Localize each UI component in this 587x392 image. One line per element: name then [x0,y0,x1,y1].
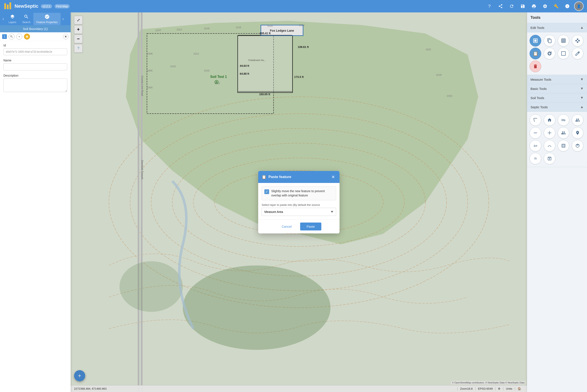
septic-tool-3d[interactable] [572,140,583,152]
tools-header: Tools [527,12,587,23]
edit-tools-chevron: ▲ [580,26,583,30]
svg-rect-53 [534,40,536,42]
sidebar-tab-feature-props[interactable]: Feature Properties [34,13,61,25]
septic-tools-label: Septic Tools [530,105,580,109]
tools-button[interactable] [552,2,560,10]
edit-tools-section[interactable]: Edit Tools ▲ [527,23,587,32]
edit-vertices-btn[interactable] [572,48,583,59]
settings-button[interactable] [541,2,549,10]
scale-tool-btn[interactable] [558,48,569,59]
septic-tool-archive[interactable] [544,153,555,164]
septic-tool-curve[interactable] [544,140,555,152]
map-area[interactable]: Fox Ledges Lane [71,12,527,392]
septic-tools-grid: Hs 1st [530,114,584,164]
septic-tool-tt[interactable]: Tt [530,153,541,164]
id-input[interactable] [4,48,67,55]
septic-tools-content: Hs 1st [527,112,587,167]
sidebar-tabs: ‹ Layers Search Feature Properties › [0,12,71,25]
paste-tool-btn[interactable]: 📋 [530,48,541,59]
soil-tools-chevron: ▼ [580,96,583,100]
id-label: Id [4,44,67,47]
measure-tools-chevron: ▼ [580,78,583,81]
feature-item-row: 1 ✕ [0,32,71,41]
septic-tool-marker[interactable] [572,127,583,139]
edit-tools-label: Edit Tools [530,26,580,30]
soil-tools-section[interactable]: Soil Tools ▼ [527,93,587,102]
modal-overlay: 📋 Paste feature ✕ ✓ Slightly move the ne… [71,12,527,392]
refresh-button[interactable] [507,2,516,10]
paste-feature-dialog: 📋 Paste feature ✕ ✓ Slightly move the ne… [258,171,340,234]
septic-tool-house[interactable] [544,114,555,126]
right-tools-panel: Tools Edit Tools ▲ [527,12,587,392]
septic-tool-hs[interactable]: Hs [558,114,569,126]
help-button[interactable]: ? [485,2,494,10]
navbar: NewSeptic v2.2.1 First Map ? 👤 [0,0,587,12]
version-badge: v2.2.1 [41,4,52,8]
map-name-badge[interactable]: First Map [55,4,70,8]
select-area-btn[interactable] [558,35,569,46]
modal-close-btn[interactable]: ✕ [330,174,336,180]
svg-rect-59 [561,52,565,56]
zoom-to-btn[interactable] [9,34,15,40]
name-input[interactable] [4,63,67,70]
layer-select[interactable]: Measure Area Soil Boundary Septic Layout [262,208,336,216]
svg-rect-2 [10,2,11,9]
name-label: Name [4,59,67,62]
measure-tools-label: Measure Tools [530,78,580,81]
app-title: NewSeptic [15,4,38,9]
sidebar-next-button[interactable]: › [61,16,65,22]
svg-rect-0 [4,3,6,9]
measure-tools-section[interactable]: Measure Tools ▼ [527,75,587,84]
septic-tool-1[interactable] [530,114,541,126]
name-field-group: Name [4,59,67,70]
print-button[interactable] [530,2,538,10]
paste-button[interactable]: Paste [300,222,321,230]
edit-tools-grid: 📋 [530,35,584,72]
overlap-checkbox[interactable]: ✓ [264,189,269,194]
layers-tab-icon [10,14,15,20]
svg-rect-54 [561,39,565,42]
select-tool-btn[interactable] [530,35,541,46]
modal-title: Paste feature [268,175,328,179]
septic-tool-junction[interactable] [558,127,569,139]
septic-tools-section[interactable]: Septic Tools ▲ [527,102,587,112]
delete-tool-btn[interactable] [530,60,541,72]
move-tool-btn[interactable] [572,35,583,46]
description-input[interactable] [4,78,67,92]
main-content: ‹ Layers Search Feature Properties › [0,12,587,392]
septic-tool-pipe[interactable] [530,127,541,139]
soil-tools-label: Soil Tools [530,96,580,100]
septic-tool-distribute[interactable] [544,127,555,139]
layers-tab-label: Layers [9,21,16,24]
center-btn[interactable] [16,34,22,40]
info-button[interactable] [563,2,571,10]
feature-props-tab-label: Feature Properties [37,21,58,24]
septic-tool-people[interactable] [572,114,583,126]
septic-tool-1st[interactable]: 1st [530,140,541,152]
edit-tools-content: 📋 [527,32,587,75]
svg-rect-63 [562,144,565,148]
highlight-btn[interactable] [24,34,30,40]
rotate-tool-btn[interactable] [544,48,555,59]
basic-tools-section[interactable]: Basic Tools ▼ [527,84,587,93]
svg-point-3 [19,36,20,37]
search-tab-icon [24,14,29,20]
search-tab-label: Search [22,21,31,24]
save-button[interactable] [518,2,527,10]
check-mark: ✓ [265,190,268,194]
feature-fields: Id Name Description [0,41,71,99]
checkbox-label: Slightly move the new feature to prevent… [271,189,333,198]
description-field-group: Description [4,74,67,93]
copy-tool-btn[interactable] [544,35,555,46]
close-feature-btn[interactable]: ✕ [63,34,69,39]
avatar-button[interactable]: 👤 [574,2,583,11]
share-button[interactable] [496,2,505,10]
select-label: Select layer to paste into (By default t… [262,203,336,206]
sidebar-tab-search[interactable]: Search [19,13,34,25]
left-sidebar: ‹ Layers Search Feature Properties › [0,12,71,392]
sidebar-tab-layers[interactable]: Layers [6,13,19,25]
feature-layer-header: Soil Boundary (1) [0,25,71,32]
sidebar-prev-button[interactable]: ‹ [1,16,6,22]
cancel-button[interactable]: Cancel [276,222,297,230]
septic-tool-area[interactable] [558,140,569,152]
